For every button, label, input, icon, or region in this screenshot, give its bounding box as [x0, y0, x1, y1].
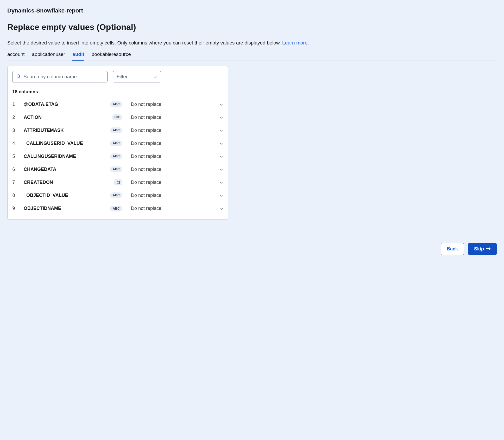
- column-name-cell: @ODATA.ETAGABC: [20, 98, 126, 111]
- type-badge: ABC: [110, 127, 122, 133]
- chevron-down-icon: [219, 193, 223, 198]
- column-name-cell: OBJECTIDNAMEABC: [20, 202, 126, 215]
- replace-action-select[interactable]: Do not replace: [126, 189, 228, 202]
- table-row: 7CREATEDONDo not replace: [8, 176, 228, 189]
- row-number: 2: [8, 111, 20, 124]
- type-badge: ABC: [110, 153, 122, 159]
- chevron-down-icon: [154, 74, 157, 80]
- replace-action-label: Do not replace: [131, 167, 161, 172]
- row-number: 1: [8, 98, 20, 111]
- column-name-label: ATTRIBUTEMASK: [24, 128, 64, 133]
- replace-action-select[interactable]: Do not replace: [126, 202, 228, 215]
- filter-select[interactable]: Filter: [113, 71, 161, 82]
- table-row: 6CHANGEDATAABCDo not replace: [8, 163, 228, 176]
- column-name-label: ACTION: [24, 115, 42, 120]
- type-badge: ABC: [110, 101, 122, 107]
- search-box[interactable]: [12, 71, 108, 82]
- column-name-cell: CHANGEDATAABC: [20, 163, 126, 176]
- table-row: 8_OBJECTID_VALUEABCDo not replace: [8, 189, 228, 202]
- table-row: 3ATTRIBUTEMASKABCDo not replace: [8, 124, 228, 137]
- row-number: 6: [8, 163, 20, 176]
- search-input[interactable]: [23, 74, 104, 80]
- svg-line-1: [19, 77, 20, 78]
- column-name-label: CHANGEDATA: [24, 167, 56, 172]
- column-name-label: _CALLINGUSERID_VALUE: [24, 141, 83, 146]
- column-name-label: @ODATA.ETAG: [24, 102, 58, 107]
- learn-more-link[interactable]: Learn more.: [282, 40, 309, 46]
- card-controls: Filter: [8, 66, 228, 87]
- replace-action-select[interactable]: Do not replace: [126, 163, 228, 176]
- tab-bookableresource[interactable]: bookableresource: [92, 51, 131, 61]
- table-row: 9OBJECTIDNAMEABCDo not replace: [8, 202, 228, 215]
- column-name-label: OBJECTIDNAME: [24, 206, 61, 211]
- chevron-down-icon: [219, 128, 223, 133]
- table-row: 2ACTIONINTDo not replace: [8, 111, 228, 124]
- replace-action-label: Do not replace: [131, 193, 161, 198]
- column-count: 18 columns: [8, 87, 228, 98]
- replace-action-label: Do not replace: [131, 115, 161, 120]
- row-number: 9: [8, 202, 20, 215]
- table-row: 4_CALLINGUSERID_VALUEABCDo not replace: [8, 137, 228, 150]
- column-name-cell: ACTIONINT: [20, 111, 126, 124]
- chevron-down-icon: [219, 102, 223, 107]
- tab-applicationuser[interactable]: applicationuser: [32, 51, 65, 61]
- row-number: 4: [8, 137, 20, 150]
- type-badge: ABC: [110, 166, 122, 172]
- chevron-down-icon: [219, 154, 223, 159]
- replace-action-select[interactable]: Do not replace: [126, 150, 228, 163]
- column-name-cell: ATTRIBUTEMASKABC: [20, 124, 126, 137]
- column-name-cell: _OBJECTID_VALUEABC: [20, 189, 126, 202]
- table-row-stub: [8, 215, 228, 219]
- chevron-down-icon: [219, 115, 223, 120]
- back-button[interactable]: Back: [441, 243, 464, 255]
- columns-card: Filter 18 columns 1@ODATA.ETAGABCDo not …: [7, 66, 228, 219]
- row-number: 3: [8, 124, 20, 137]
- row-number: 8: [8, 189, 20, 202]
- replace-action-label: Do not replace: [131, 102, 161, 107]
- svg-rect-2: [117, 181, 120, 184]
- table-row: 5CALLINGUSERIDNAMEABCDo not replace: [8, 150, 228, 163]
- replace-action-select[interactable]: Do not replace: [126, 176, 228, 189]
- filter-label: Filter: [117, 74, 128, 80]
- type-badge: INT: [112, 114, 122, 120]
- replace-action-label: Do not replace: [131, 154, 161, 159]
- replace-action-label: Do not replace: [131, 180, 161, 185]
- column-name-cell: CREATEDON: [20, 176, 126, 189]
- skip-button[interactable]: Skip: [468, 243, 497, 255]
- chevron-down-icon: [219, 141, 223, 146]
- section-heading: Replace empty values (Optional): [7, 22, 497, 32]
- type-badge: ABC: [110, 140, 122, 146]
- type-badge: ABC: [110, 206, 122, 211]
- tab-audit[interactable]: audit: [72, 51, 84, 61]
- page-title: Dynamics-Snowflake-report: [7, 7, 497, 14]
- row-number: 7: [8, 176, 20, 189]
- chevron-down-icon: [219, 180, 223, 185]
- tab-bar: account applicationuser audit bookablere…: [7, 51, 497, 61]
- replace-action-select[interactable]: Do not replace: [126, 137, 228, 150]
- chevron-down-icon: [219, 167, 223, 172]
- footer-buttons: Back Skip: [7, 243, 497, 255]
- replace-action-label: Do not replace: [131, 128, 161, 133]
- column-name-label: CREATEDON: [24, 180, 53, 185]
- column-name-label: _OBJECTID_VALUE: [24, 193, 68, 198]
- replace-action-select[interactable]: Do not replace: [126, 98, 228, 111]
- replace-action-label: Do not replace: [131, 141, 161, 146]
- description: Select the desired value to insert into …: [7, 39, 497, 47]
- skip-button-label: Skip: [474, 246, 484, 252]
- replace-action-select[interactable]: Do not replace: [126, 111, 228, 124]
- table-row: 1@ODATA.ETAGABCDo not replace: [8, 98, 228, 111]
- back-button-label: Back: [447, 246, 458, 252]
- calendar-icon: [114, 179, 122, 185]
- tab-account[interactable]: account: [7, 51, 25, 61]
- column-name-cell: _CALLINGUSERID_VALUEABC: [20, 137, 126, 150]
- svg-point-0: [17, 75, 20, 77]
- search-icon: [16, 74, 21, 80]
- replace-action-select[interactable]: Do not replace: [126, 124, 228, 137]
- column-name-cell: CALLINGUSERIDNAMEABC: [20, 150, 126, 163]
- column-name-label: CALLINGUSERIDNAME: [24, 154, 76, 159]
- row-number: 5: [8, 150, 20, 163]
- arrow-right-icon: [486, 246, 491, 252]
- description-text: Select the desired value to insert into …: [7, 40, 282, 46]
- chevron-down-icon: [219, 206, 223, 211]
- replace-action-label: Do not replace: [131, 206, 161, 211]
